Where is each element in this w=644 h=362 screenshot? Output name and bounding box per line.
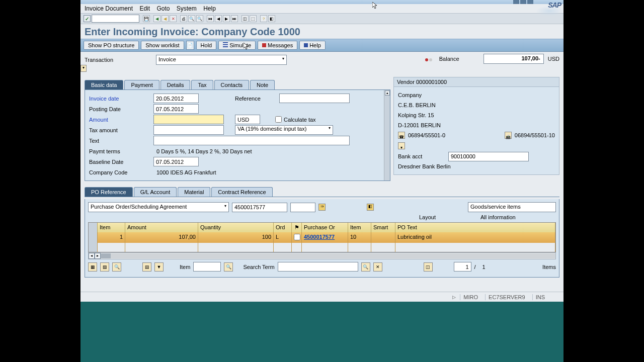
display-vendor-icon[interactable]: ▾ xyxy=(398,142,405,149)
tab-po-reference[interactable]: PO Reference xyxy=(85,187,133,197)
tab-tax[interactable]: Tax xyxy=(191,80,213,89)
filter-icon[interactable]: ▤ xyxy=(142,262,151,272)
ref-category-select[interactable]: Purchase Order/Scheduling Agreement▾ xyxy=(88,202,229,212)
help-icon[interactable]: ? xyxy=(260,15,267,22)
find-next-icon[interactable]: 🔍 xyxy=(196,15,203,22)
enter-button[interactable]: ✓ xyxy=(84,15,91,22)
reference-input[interactable] xyxy=(279,94,350,103)
deselect-all-icon[interactable]: ▧ xyxy=(100,262,109,272)
first-page-icon[interactable]: ⏮ xyxy=(207,15,214,22)
save-icon[interactable]: 💾 xyxy=(143,15,150,22)
tab-note[interactable]: Note xyxy=(250,80,275,89)
po-number-input[interactable] xyxy=(232,203,287,212)
posting-date-input[interactable] xyxy=(153,104,199,114)
menu-edit[interactable]: Edit xyxy=(139,5,150,12)
col-quantity[interactable]: Quantity xyxy=(198,223,274,232)
menu-system[interactable]: System xyxy=(177,5,197,12)
next-page-icon[interactable]: ▶ xyxy=(223,15,230,22)
maximize-icon[interactable] xyxy=(520,0,526,4)
last-page-icon[interactable]: ⏭ xyxy=(231,15,238,22)
cell-amount[interactable]: 107,00 xyxy=(125,232,198,243)
col-po-text[interactable]: PO Text xyxy=(395,223,555,232)
search-term-input[interactable] xyxy=(278,262,358,272)
col-flag[interactable]: ⚑ xyxy=(292,223,302,232)
tax-amount-input[interactable] xyxy=(153,125,224,135)
goods-service-select[interactable]: Goods/service items xyxy=(468,202,556,212)
new-session-icon[interactable]: ◫ xyxy=(242,15,249,22)
baseline-date-label: Baseline Date xyxy=(88,159,153,165)
menu-goto[interactable]: Goto xyxy=(156,5,170,12)
back-icon[interactable]: ◀ xyxy=(153,15,160,22)
cell-unit[interactable]: L xyxy=(274,232,292,243)
delete-icon[interactable]: ▼ xyxy=(154,262,164,272)
col-po-item[interactable]: Item xyxy=(348,223,371,232)
pager-current[interactable] xyxy=(454,262,471,272)
hold-button[interactable]: Hold xyxy=(196,41,217,50)
text-input[interactable] xyxy=(153,136,350,145)
tab-material[interactable]: Material xyxy=(178,187,210,197)
exit-icon[interactable]: ◀ xyxy=(162,15,169,22)
menu-invoice-document[interactable]: Invoice Document xyxy=(85,5,133,12)
prev-page-icon[interactable]: ◀ xyxy=(215,15,222,22)
messages-button[interactable]: Messages xyxy=(258,41,297,50)
show-worklist-button[interactable]: Show worklist xyxy=(141,41,184,50)
transaction-select[interactable]: Invoice▾ xyxy=(156,55,287,65)
po-item-input[interactable] xyxy=(290,203,315,212)
footer-item-input[interactable] xyxy=(193,262,221,272)
print-icon[interactable]: 🖨 xyxy=(180,15,187,22)
table-row[interactable] xyxy=(89,243,555,252)
simulate-button[interactable]: Simulate xyxy=(218,41,256,50)
help-button[interactable]: Help xyxy=(299,41,326,50)
minimize-icon[interactable] xyxy=(513,0,519,4)
other-invoice-icon[interactable]: 📄 xyxy=(186,41,194,50)
tab-payment[interactable]: Payment xyxy=(124,80,159,89)
find-icon[interactable]: 🔍 xyxy=(188,15,195,22)
select-all-icon[interactable]: ▦ xyxy=(88,262,97,272)
tab-details[interactable]: Details xyxy=(160,80,191,89)
basic-data-panel: ▴ Invoice date Reference Posting Date Am… xyxy=(85,90,390,181)
cell-check[interactable] xyxy=(292,232,302,243)
find-cancel-icon[interactable]: ✕ xyxy=(373,262,382,272)
horizontal-scrollbar[interactable]: ◂▸ xyxy=(88,252,556,259)
balance-currency: USD xyxy=(548,56,559,62)
col-smart[interactable]: Smart xyxy=(371,223,395,232)
baseline-date-input[interactable] xyxy=(153,157,199,166)
amount-input[interactable] xyxy=(153,115,224,124)
command-field[interactable] xyxy=(92,15,139,23)
table-row[interactable]: 1 107,00 100 L 4500017577 10 Lubricating… xyxy=(89,232,555,243)
col-selector[interactable] xyxy=(89,223,98,232)
col-item[interactable]: Item xyxy=(98,223,125,232)
tab-contacts[interactable]: Contacts xyxy=(214,80,249,89)
col-amount[interactable]: Amount xyxy=(125,223,198,232)
close-icon[interactable] xyxy=(527,0,533,4)
item-search-icon[interactable]: 🔍 xyxy=(224,262,233,272)
tax-code-select[interactable]: VA (19% domestic input tax)▾ xyxy=(235,125,333,135)
layout-icon[interactable]: ◧ xyxy=(268,15,275,22)
show-po-structure-button[interactable]: Show PO structure xyxy=(84,41,139,50)
bank-acct-label: Bank acct xyxy=(398,151,443,161)
fax-icon[interactable]: 📠 xyxy=(505,132,512,139)
tab-gl-account[interactable]: G/L Account xyxy=(134,187,177,197)
tab-contract-reference[interactable]: Contract Reference xyxy=(211,187,272,197)
more-po-icon[interactable]: ⇒ xyxy=(318,204,326,211)
col-purchase-order[interactable]: Purchase Or xyxy=(302,223,348,232)
menu-help[interactable]: Help xyxy=(203,5,216,12)
assign-icon[interactable]: ◧ xyxy=(367,204,374,211)
expand-icon[interactable]: ▾ xyxy=(80,65,87,72)
tab-basic-data[interactable]: Basic data xyxy=(85,80,123,89)
sort-icon[interactable]: 🔍 xyxy=(112,262,121,272)
cell-qty[interactable]: 100 xyxy=(198,232,274,243)
scrollbar[interactable]: ▴ xyxy=(384,90,390,180)
invoice-date-input[interactable] xyxy=(153,94,199,103)
pager-icon[interactable]: ◫ xyxy=(424,262,433,272)
find-icon[interactable]: 🔍 xyxy=(361,262,370,272)
cell-po-link[interactable]: 4500017577 xyxy=(304,234,335,240)
phone-icon[interactable]: ☎ xyxy=(398,132,405,139)
shortcut-icon[interactable]: ⬚ xyxy=(250,15,257,22)
col-ord[interactable]: Ord xyxy=(274,223,292,232)
vendor-header: Vendor 0000001000 xyxy=(393,77,559,87)
calculate-tax-checkbox[interactable] xyxy=(275,116,282,123)
amount-currency[interactable] xyxy=(235,115,260,124)
layout-select[interactable]: All information xyxy=(480,214,556,220)
cancel-icon[interactable]: ✕ xyxy=(170,15,177,22)
